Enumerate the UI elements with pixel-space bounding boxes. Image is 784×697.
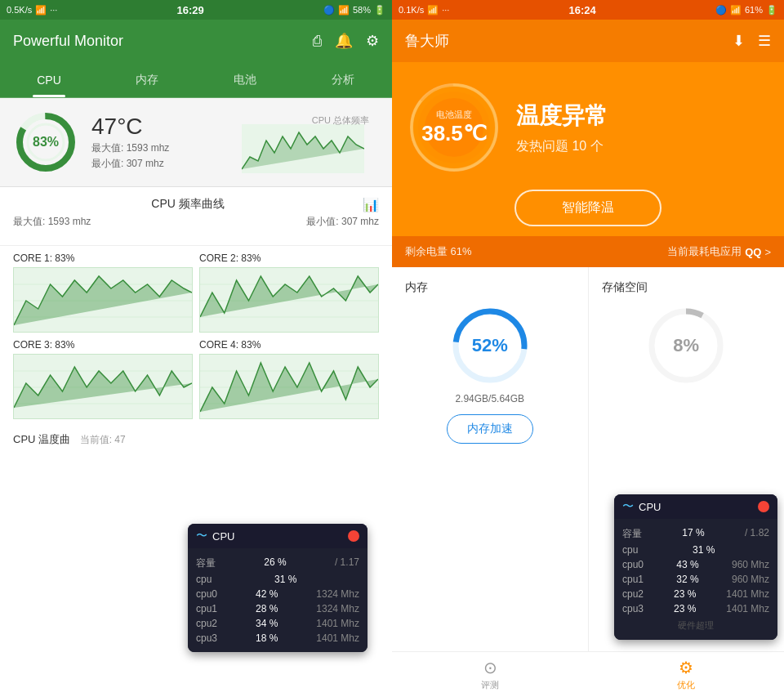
memory-boost-button[interactable]: 内存加速: [447, 414, 533, 444]
core-1-chart: [13, 267, 193, 333]
freq-stats: 最大值: 1593 mhz 最小值: 307 mhz: [13, 215, 379, 229]
cpu-temp-section: CPU 温度曲 当前值: 47: [0, 426, 392, 453]
tab-analysis[interactable]: 分析: [294, 62, 392, 97]
widget-header-right: 〜 CPU: [614, 494, 777, 519]
widget-row-5-left: cpu3 18 % 1401 Mhz: [196, 631, 359, 646]
top-app-label: 当前最耗电应用: [667, 244, 742, 259]
nav-evaluate-label: 评测: [481, 679, 499, 691]
storage-percent: 8%: [673, 335, 699, 356]
floating-widget-left: 〜 CPU 容量 26 % / 1.17 cpu 31 % cpu0 42 % …: [188, 524, 368, 652]
widget-row-5-right: cpu3 23 % 1401 Mhz: [622, 601, 769, 616]
core-3-label: CORE 3: 83%: [13, 339, 193, 351]
cpu-wave-icon-left: 〜: [196, 529, 207, 543]
header-right: 鲁大师 ⬇ ☰: [392, 20, 784, 62]
cpu-min-freq: 最小值: 307 mhz: [91, 157, 229, 171]
battery-alert-title: 温度异常: [516, 101, 771, 132]
chevron-icon[interactable]: >: [764, 246, 771, 258]
battery-section: 电池温度 38.5℃ 温度异常 发热问题 10 个 智能降温: [392, 62, 784, 236]
battery-footer: 剩余电量 61% 当前最耗电应用 QQ >: [392, 236, 784, 267]
cpu-stats: 47°C 最大值: 1593 mhz 最小值: 307 mhz: [91, 114, 229, 171]
optimize-icon: ⚙: [679, 658, 693, 677]
alert-icon[interactable]: 🔔: [335, 32, 353, 50]
freq-max: 最大值: 1593 mhz: [13, 215, 91, 229]
memory-percent: 52%: [472, 335, 508, 356]
cool-button[interactable]: 智能降温: [514, 190, 662, 226]
header-left: Powerful Monitor ⎙ 🔔 ⚙: [0, 20, 392, 62]
settings-icon[interactable]: ⚙: [366, 32, 379, 50]
nav-tabs: CPU 内存 电池 分析: [0, 62, 392, 98]
battery-icon-right: 🔋: [766, 5, 777, 16]
bluetooth-icon-right: 🔵: [715, 5, 727, 16]
bottom-nav-right: ⊙ 评测 ⚙ 优化: [392, 651, 784, 697]
signal-icon-right: 📶: [427, 5, 439, 16]
bluetooth-icon-left: 🔵: [323, 5, 335, 16]
widget-close-left[interactable]: [348, 530, 359, 542]
wifi-icon-left: 📶: [338, 5, 350, 16]
cpu-donut: 83%: [13, 109, 78, 175]
floating-widget-right: 〜 CPU 容量 17 % / 1.82 cpu 31 % cpu0 43 % …: [614, 494, 777, 640]
core-3: CORE 3: 83%: [13, 339, 193, 419]
signal-icon-left: 📶: [35, 5, 47, 16]
tab-battery[interactable]: 电池: [196, 62, 294, 97]
core-2: CORE 2: 83%: [199, 252, 379, 333]
core-3-chart: [13, 354, 193, 419]
widget-row-3-left: cpu1 28 % 1324 Mhz: [196, 601, 359, 616]
memory-col: 内存 52% 2.94GB/5.64GB 内存加速: [392, 267, 589, 651]
battery-gauge-label: 电池温度: [421, 109, 487, 121]
share-icon[interactable]: ⎙: [313, 33, 322, 50]
battery-gauge: 电池温度 38.5℃: [405, 78, 503, 176]
storage-gauge: 8%: [645, 305, 727, 386]
chart-bar-icon: 📊: [363, 197, 379, 212]
nav-evaluate[interactable]: ⊙ 评测: [392, 652, 588, 697]
tab-cpu[interactable]: CPU: [0, 62, 98, 97]
core-1-label: CORE 1: 83%: [13, 252, 193, 264]
storage-title: 存储空间: [602, 280, 648, 295]
battery-left: 58%: [353, 5, 371, 15]
battery-right: 61%: [745, 5, 763, 15]
widget-row-0-left: 容量 26 % / 1.17: [196, 555, 359, 572]
cpu-max-freq: 最大值: 1593 mhz: [91, 141, 229, 155]
core-1: CORE 1: 83%: [13, 252, 193, 333]
tab-memory[interactable]: 内存: [98, 62, 196, 97]
freq-section-title: CPU 频率曲线 📊: [13, 197, 379, 212]
widget-row-0-right: 容量 17 % / 1.82: [622, 525, 769, 543]
battery-remain-label: 剩余电量 61%: [405, 244, 472, 259]
wifi-icon-right: 📶: [730, 5, 742, 16]
widget-header-left: 〜 CPU: [188, 524, 368, 548]
widget-row-1-right: cpu 31 %: [622, 543, 769, 557]
cpu-summary: 83% 47°C 最大值: 1593 mhz 最小值: 307 mhz CPU …: [0, 98, 392, 187]
core-2-label: CORE 2: 83%: [199, 252, 379, 264]
download-icon[interactable]: ⬇: [733, 32, 745, 50]
temp-section-label: CPU 温度曲: [13, 433, 70, 445]
app-title-right: 鲁大师: [405, 31, 449, 51]
core-4-label: CORE 4: 83%: [199, 339, 379, 351]
cpu-percent-label: 83%: [33, 135, 59, 150]
nav-optimize-label: 优化: [677, 679, 695, 691]
cores-grid: CORE 1: 83% CORE 2: 83%: [0, 246, 392, 426]
widget-row-4-left: cpu2 34 % 1401 Mhz: [196, 616, 359, 631]
widget-close-right[interactable]: [758, 501, 769, 512]
speed-indicator-right: 0.1K/s: [399, 5, 424, 15]
core-4-chart: [199, 354, 379, 419]
evaluate-icon: ⊙: [483, 658, 497, 677]
battery-info: 温度异常 发热问题 10 个: [516, 101, 771, 155]
widget-body-left: 容量 26 % / 1.17 cpu 31 % cpu0 42 % 1324 M…: [188, 548, 368, 652]
status-bar-right: 0.1K/s 📶 ··· 16:24 🔵 📶 61% 🔋: [392, 0, 784, 20]
time-left: 16:29: [177, 4, 204, 16]
widget-row-4-right: cpu2 23 % 1401 Mhz: [622, 587, 769, 601]
cpu-wave-icon-right: 〜: [622, 499, 634, 514]
memory-gauge: 52%: [449, 305, 531, 386]
speed-indicator-left: 0.5K/s: [7, 5, 32, 15]
memory-sub: 2.94GB/5.64GB: [455, 393, 524, 404]
core-2-chart: [199, 267, 379, 333]
nav-optimize[interactable]: ⚙ 优化: [588, 652, 784, 697]
cpu-overall-chart: CPU 总体频率: [242, 108, 379, 176]
widget-row-1-left: cpu 31 %: [196, 572, 359, 587]
cpu-chart-label: CPU 总体频率: [312, 114, 369, 127]
widget-row-2-left: cpu0 42 % 1324 Mhz: [196, 587, 359, 601]
menu-icon[interactable]: ☰: [758, 32, 771, 50]
memory-title: 内存: [405, 280, 428, 295]
time-right: 16:24: [569, 4, 596, 16]
app-title: Powerful Monitor: [13, 33, 123, 50]
status-bar-left: 0.5K/s 📶 ··· 16:29 🔵 📶 58% 🔋: [0, 0, 392, 20]
